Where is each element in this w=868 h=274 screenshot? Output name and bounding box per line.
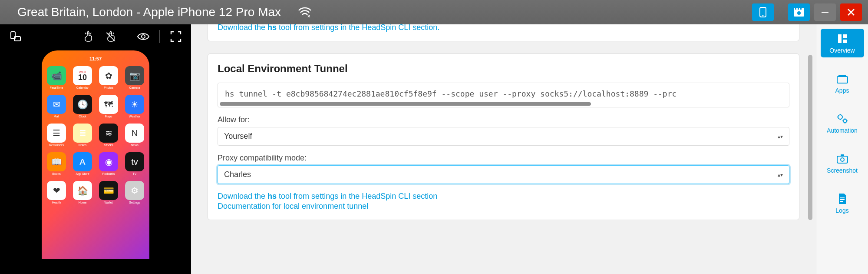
download-hs-link-2[interactable]: Download the hs tool from settings in th… [218,192,789,201]
app-label: Podcasts [102,172,115,175]
wifi-off-icon[interactable]: × [298,6,311,18]
app-label: Mail [54,115,59,118]
right-sidebar: Overview Apps Automation Screenshot [816,24,868,274]
titlebar-separator [781,5,781,19]
app-label: Camera [129,86,140,89]
svg-rect-17 [837,77,848,83]
device-app-news[interactable]: NNews [124,124,145,152]
allow-for-label: Allow for: [218,115,789,124]
device-app-app-store[interactable]: AApp Store [72,152,93,181]
app-label: Photos [104,86,113,89]
app-tile: 🏠 [73,181,92,200]
sidebar-item-screenshot[interactable]: Screenshot [821,149,864,177]
device-app-calendar[interactable]: WED10Calendar [72,66,93,95]
chevron-updown-icon: ▴▾ [778,172,783,178]
svg-rect-15 [843,34,847,38]
device-app-reminders[interactable]: ☰Reminders [46,124,67,152]
sidebar-item-overview[interactable]: Overview [821,29,864,57]
app-label: Calendar [76,86,89,89]
app-tile: ☰ [47,124,66,143]
app-label: Clock [79,115,86,118]
record-button[interactable] [788,3,810,21]
svg-rect-25 [840,199,845,200]
proxy-mode-select[interactable]: Charles ▴▾ [218,165,789,184]
device-pane: 11:57 📹FaceTimeWED10Calendar✿Photos📷Came… [0,24,191,274]
app-tile: ✉ [47,95,66,114]
app-label: Health [52,201,61,204]
app-tile: ◉ [99,152,118,171]
minimize-button[interactable] [814,3,836,21]
svg-rect-6 [798,8,799,10]
tunnel-command-box[interactable]: hs tunnel -t e8cb985684274ec2881ae810cf5… [218,83,789,107]
tunnel-docs-link[interactable]: Documentation for local environment tunn… [218,202,789,211]
app-label: Wallet [104,201,112,204]
device-app-facetime[interactable]: 📹FaceTime [46,66,67,95]
svg-rect-9 [822,12,828,13]
code-scrollbar[interactable] [220,102,591,106]
device-app-clock[interactable]: 🕓Clock [72,95,93,124]
app-label: Books [52,172,60,175]
device-app-podcasts[interactable]: ◉Podcasts [98,152,119,181]
device-home-grid: 📹FaceTimeWED10Calendar✿Photos📷Camera✉Mai… [42,66,149,210]
app-tile: 📖 [47,152,66,171]
svg-point-2 [762,15,764,17]
device-toolbar [0,24,191,49]
sidebar-item-logs[interactable]: Logs [821,189,864,217]
device-status-time: 11:57 [42,55,149,63]
window-title: Great Britain, London - Apple iPhone 12 … [17,5,281,19]
content-scrollbar[interactable] [808,55,812,220]
sidebar-item-apps[interactable]: Apps [821,69,864,97]
app-label: Notes [79,144,86,147]
svg-rect-14 [838,34,842,43]
multi-tap-icon[interactable] [103,29,118,44]
device-app-tv[interactable]: tvTV [124,152,145,181]
rotate-device-icon[interactable] [8,29,23,44]
app-tile: 💳 [99,181,118,200]
device-app-home[interactable]: 🏠Home [72,181,93,210]
device-app-settings[interactable]: ⚙Settings [124,181,145,210]
app-tile: tv [125,152,144,171]
device-button[interactable] [752,3,774,21]
app-tile: ⚙ [125,181,144,200]
device-app-health[interactable]: ❤Health [46,181,67,210]
proxy-mode-value: Charles [224,170,251,179]
close-button[interactable] [840,3,862,21]
svg-rect-7 [800,8,802,10]
device-app-weather[interactable]: ☀Weather [124,95,145,124]
device-app-stocks[interactable]: ≋Stocks [98,124,119,152]
download-hs-link[interactable]: Download the hs tool from settings in th… [218,24,439,32]
svg-point-23 [841,158,844,161]
sidebar-item-automation[interactable]: Automation [821,109,864,137]
app-label: Stocks [104,144,113,147]
allow-for-select[interactable]: Yourself ▴▾ [218,127,789,146]
single-tap-icon[interactable] [81,29,96,44]
device-app-mail[interactable]: ✉Mail [46,95,67,124]
device-app-photos[interactable]: ✿Photos [98,66,119,95]
device-app-notes[interactable]: ≣Notes [72,124,93,152]
svg-point-13 [142,35,145,38]
device-app-books[interactable]: 📖Books [46,152,67,181]
app-tile: 📹 [47,66,66,85]
app-tile: WED10 [73,66,92,85]
app-tile: ≣ [73,124,92,143]
device-app-wallet[interactable]: 💳Wallet [98,181,119,210]
svg-rect-21 [837,156,848,163]
sidebar-item-label: Apps [835,87,849,94]
tunnel-command-text: hs tunnel -t e8cb985684274ec2881ae810cf5… [225,89,677,98]
device-app-camera[interactable]: 📷Camera [124,66,145,95]
window-titlebar: Great Britain, London - Apple iPhone 12 … [0,0,868,24]
app-tile: ≋ [99,124,118,143]
titlebar-actions [752,3,862,21]
app-tile: ☀ [125,95,144,114]
device-app-maps[interactable]: 🗺Maps [98,95,119,124]
device-screen[interactable]: 11:57 📹FaceTimeWED10Calendar✿Photos📷Came… [0,49,191,274]
visibility-icon[interactable] [136,29,151,44]
app-label: TV [133,172,137,175]
app-label: Weather [129,115,140,118]
device-toolbar-separator [127,30,127,43]
sidebar-item-label: Automation [827,127,858,134]
fullscreen-icon[interactable] [168,29,183,44]
sidebar-item-label: Screenshot [827,167,858,174]
camera-icon [837,153,848,164]
app-tile: 📷 [125,66,144,85]
